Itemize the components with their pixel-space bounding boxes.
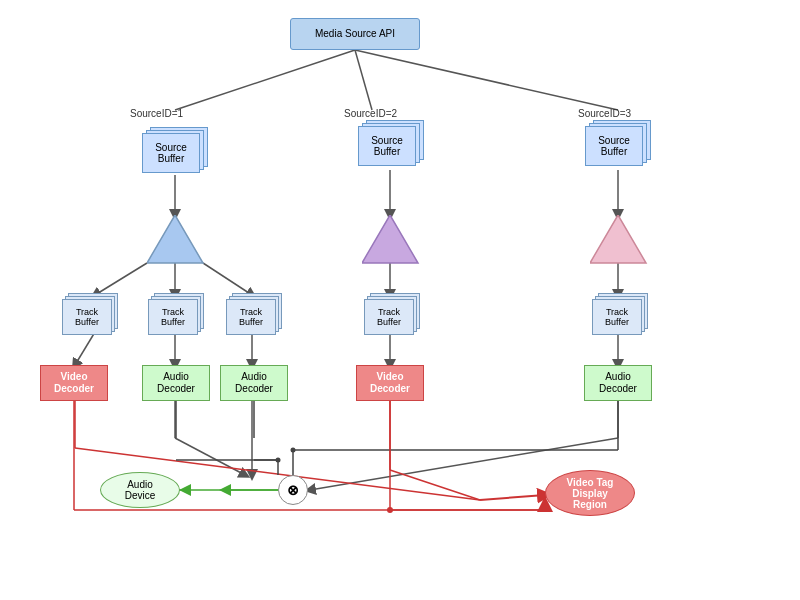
audio-decoder-2: AudioDecoder bbox=[220, 365, 288, 401]
track-buffer-3: TrackBuffer bbox=[592, 293, 650, 337]
video-tag-display: Video TagDisplayRegion bbox=[545, 470, 635, 516]
track-buffer-1c: TrackBuffer bbox=[226, 293, 284, 337]
source-buffer-3: SourceBuffer bbox=[585, 120, 651, 168]
video-decoder-2: VideoDecoder bbox=[356, 365, 424, 401]
audio-device: AudioDevice bbox=[100, 472, 180, 508]
svg-marker-29 bbox=[147, 215, 203, 263]
source-buffer-2: SourceBuffer bbox=[358, 120, 424, 168]
mixer-circle: ⊗ bbox=[278, 475, 308, 505]
diagram-container: Media Source API SourceID=1 SourceID=2 S… bbox=[0, 0, 800, 600]
svg-line-0 bbox=[175, 50, 355, 110]
media-source-label: Media Source API bbox=[315, 28, 395, 40]
svg-line-2 bbox=[355, 50, 618, 110]
media-source-box: Media Source API bbox=[290, 18, 420, 50]
video-decoder-1: VideoDecoder bbox=[40, 365, 108, 401]
track-buffer-1a: TrackBuffer bbox=[62, 293, 120, 337]
track-buffer-2: TrackBuffer bbox=[364, 293, 422, 337]
source-buffer-1: SourceBuffer bbox=[142, 127, 208, 175]
svg-marker-30 bbox=[362, 215, 418, 263]
audio-decoder-1: AudioDecoder bbox=[142, 365, 210, 401]
audio-decoder-3: AudioDecoder bbox=[584, 365, 652, 401]
svg-line-4 bbox=[95, 263, 147, 295]
source-id-3-label: SourceID=3 bbox=[578, 108, 631, 119]
track-buffer-1b: TrackBuffer bbox=[148, 293, 206, 337]
source-id-2-label: SourceID=2 bbox=[344, 108, 397, 119]
source-id-1-label: SourceID=1 bbox=[130, 108, 183, 119]
svg-line-1 bbox=[355, 50, 372, 110]
triangle-1 bbox=[147, 215, 203, 263]
svg-marker-31 bbox=[590, 215, 646, 263]
